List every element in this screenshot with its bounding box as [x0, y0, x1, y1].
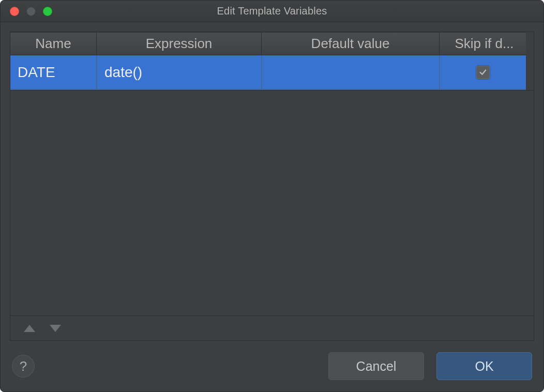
- column-header-skip-if-defined[interactable]: Skip if d...: [439, 32, 526, 55]
- cancel-button[interactable]: Cancel: [328, 352, 424, 380]
- variables-table: Name Expression Default value Skip if d.…: [10, 32, 534, 341]
- titlebar: Edit Template Variables: [1, 1, 543, 22]
- dialog-window: Edit Template Variables Name Expression …: [0, 0, 544, 392]
- column-header-default-value[interactable]: Default value: [261, 32, 439, 55]
- window-zoom-button[interactable]: [43, 7, 52, 16]
- window-title: Edit Template Variables: [1, 5, 543, 17]
- table-row[interactable]: DATE date(): [10, 55, 534, 90]
- move-down-icon[interactable]: [50, 325, 61, 332]
- column-header-name[interactable]: Name: [10, 32, 96, 55]
- help-button[interactable]: ?: [12, 355, 35, 378]
- ok-button[interactable]: OK: [436, 352, 532, 380]
- check-icon: [478, 68, 488, 77]
- move-up-icon[interactable]: [24, 325, 35, 332]
- cell-default-value[interactable]: [261, 55, 439, 90]
- table-header-row: Name Expression Default value Skip if d.…: [10, 32, 534, 55]
- column-header-expression[interactable]: Expression: [96, 32, 261, 55]
- window-close-button[interactable]: [10, 7, 19, 16]
- dialog-footer: ? Cancel OK: [1, 341, 543, 391]
- window-minimize-button[interactable]: [26, 7, 36, 16]
- cell-name[interactable]: DATE: [10, 55, 96, 90]
- skip-if-defined-checkbox[interactable]: [476, 66, 490, 79]
- cell-skip-if-defined[interactable]: [439, 55, 526, 90]
- window-controls: [10, 7, 52, 16]
- cell-expression[interactable]: date(): [96, 55, 261, 90]
- row-order-toolbar: [10, 315, 534, 340]
- table-empty-area: [10, 90, 534, 315]
- dialog-content: Name Expression Default value Skip if d.…: [1, 22, 543, 341]
